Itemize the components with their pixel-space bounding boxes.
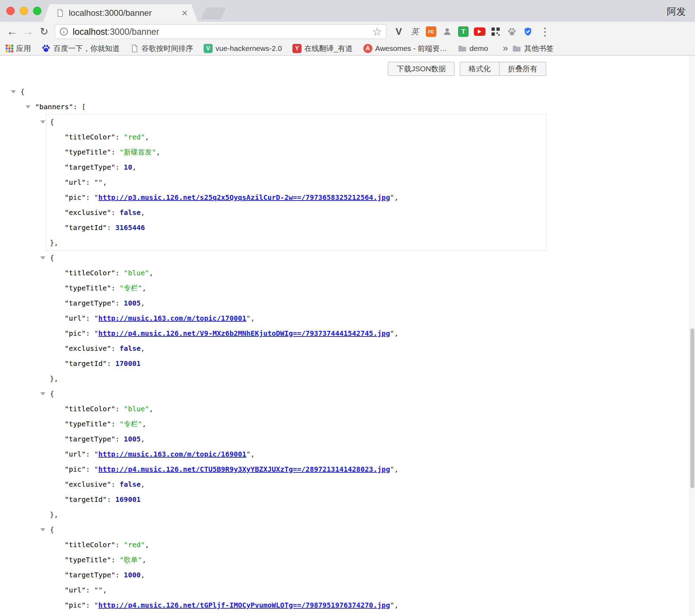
json-line: "pic": "http://p4.music.126.net/CTU5B9R9… bbox=[65, 462, 546, 477]
json-line: "typeTitle": "专栏", bbox=[65, 281, 546, 296]
profile-name[interactable]: 阿发 bbox=[667, 5, 686, 18]
browser-toolbar: ← → ↻ localhost:3000/banner ☆ V 英 FE T bbox=[0, 22, 695, 41]
json-array-item: {"titleColor": "blue","typeTitle": "专栏",… bbox=[46, 386, 546, 522]
url-path: :3000/banner bbox=[107, 27, 159, 37]
tab-close-icon[interactable]: × bbox=[181, 8, 188, 18]
paw-extension-icon[interactable] bbox=[506, 26, 518, 38]
vimium-glyph: V bbox=[396, 26, 402, 37]
scrollbar-thumb[interactable] bbox=[690, 328, 694, 488]
json-line: { bbox=[50, 114, 546, 130]
bookmark-item-demo[interactable]: demo bbox=[458, 44, 488, 53]
vue-icon: V bbox=[204, 44, 213, 53]
json-url-link[interactable]: http://music.163.com/m/topic/169001 bbox=[98, 450, 246, 458]
json-line: "targetType": 1000, bbox=[65, 568, 546, 583]
tampermonkey-extension-icon[interactable]: T bbox=[457, 26, 469, 38]
json-line: "targetType": 1005, bbox=[65, 296, 546, 311]
page-icon bbox=[130, 44, 139, 53]
json-line: "typeTitle": "歌单", bbox=[65, 552, 546, 568]
bookmark-star-icon[interactable]: ☆ bbox=[372, 25, 382, 38]
json-url-link[interactable]: http://p4.music.126.net/V9-MXz6b2MNhEKju… bbox=[98, 329, 390, 338]
translator-extension-icon[interactable]: 英 bbox=[409, 26, 421, 38]
vimium-extension-icon[interactable]: V bbox=[393, 26, 405, 38]
forward-button[interactable]: → bbox=[20, 24, 36, 40]
other-bookmarks[interactable]: 其他书签 bbox=[512, 44, 554, 53]
json-line: "typeTitle": "新碟首发", bbox=[65, 145, 546, 160]
json-line: "pic": "http://p4.music.126.net/V9-MXz6b… bbox=[65, 326, 546, 341]
collapse-toggle[interactable] bbox=[40, 528, 45, 531]
bookmark-item-google-sort[interactable]: 谷歌按时间排序 bbox=[130, 44, 193, 53]
collapse-toggle[interactable] bbox=[40, 120, 45, 124]
format-button[interactable]: 格式化 bbox=[460, 62, 499, 76]
collapse-toggle[interactable] bbox=[26, 105, 31, 109]
fe-helper-extension-icon[interactable]: FE bbox=[425, 26, 437, 38]
collapse-toggle[interactable] bbox=[11, 90, 16, 93]
tampermonkey-glyph: T bbox=[458, 26, 469, 37]
json-url-link[interactable]: http://p4.music.126.net/CTU5B9R9y3XyYBZX… bbox=[98, 465, 390, 473]
page-scrollbar[interactable] bbox=[689, 55, 695, 616]
bookmark-item-youdao[interactable]: Y 在线翻译_有道 bbox=[292, 44, 353, 53]
bookmarks-overflow-chevron[interactable]: » bbox=[498, 43, 512, 54]
zoom-window-button[interactable] bbox=[33, 7, 41, 15]
browser-menu-button[interactable]: ⋮ bbox=[540, 25, 550, 38]
security-shield-extension-icon[interactable] bbox=[522, 26, 534, 38]
qr-code-extension-icon[interactable] bbox=[490, 26, 502, 38]
bookmark-label: vue-hackernews-2.0 bbox=[216, 44, 282, 53]
account-extension-icon[interactable] bbox=[441, 26, 453, 38]
json-line: "exclusive": false, bbox=[65, 341, 546, 356]
minimize-window-button[interactable] bbox=[20, 7, 28, 15]
bookmark-label: 在线翻译_有道 bbox=[304, 44, 353, 53]
json-line: }, bbox=[50, 235, 546, 250]
bookmark-item-vue-hackernews[interactable]: V vue-hackernews-2.0 bbox=[204, 44, 282, 53]
address-bar[interactable]: localhost:3000/banner ☆ bbox=[55, 24, 386, 39]
url-host: localhost bbox=[73, 27, 107, 37]
json-line: "titleColor": "blue", bbox=[65, 266, 546, 281]
json-line: { bbox=[50, 250, 546, 266]
collapse-toggle[interactable] bbox=[40, 256, 45, 260]
fe-helper-glyph: FE bbox=[426, 26, 436, 37]
folder-icon bbox=[512, 44, 521, 53]
youtube-extension-icon[interactable] bbox=[474, 26, 485, 38]
page-info-icon[interactable] bbox=[59, 27, 68, 36]
reload-button[interactable]: ↻ bbox=[36, 24, 52, 40]
json-line: "targetType": 10, bbox=[65, 160, 546, 175]
json-line: { bbox=[50, 522, 546, 537]
json-line: }, bbox=[50, 371, 546, 386]
bookmark-item-awesomes[interactable]: A Awesomes - 前端资… bbox=[363, 44, 447, 53]
other-bookmarks-label: 其他书签 bbox=[524, 44, 554, 53]
json-array-item: {"titleColor": "red","typeTitle": "歌单","… bbox=[46, 522, 546, 616]
download-json-button[interactable]: 下载JSON数据 bbox=[388, 62, 455, 76]
bookmark-label: 百度一下，你就知道 bbox=[53, 44, 120, 53]
json-line: "targetId": 169001 bbox=[65, 492, 546, 507]
json-line: "url": "http://music.163.com/m/topic/169… bbox=[65, 447, 546, 462]
bookmark-item-baidu[interactable]: 百度一下，你就知道 bbox=[41, 44, 120, 53]
json-line: "targetType": 1005, bbox=[65, 432, 546, 447]
bookmark-item-apps[interactable]: 应用 bbox=[6, 44, 31, 53]
new-tab-button[interactable] bbox=[201, 7, 226, 19]
bookmark-label: 谷歌按时间排序 bbox=[141, 44, 193, 53]
json-viewer-toolbar: 下载JSON数据 格式化 折叠所有 bbox=[0, 62, 546, 76]
bookmarks-bar: 应用 百度一下，你就知道 谷歌按时间排序 V vue-hackernews-2.… bbox=[0, 41, 695, 55]
browser-tab[interactable]: localhost:3000/banner × bbox=[43, 4, 198, 22]
json-line: "exclusive": false, bbox=[65, 205, 546, 220]
json-line: "titleColor": "red", bbox=[65, 130, 546, 145]
tab-title: localhost:3000/banner bbox=[69, 8, 181, 18]
baidu-paw-icon bbox=[41, 44, 51, 53]
json-line: "banners": [ bbox=[35, 99, 546, 114]
json-line: "pic": "http://p3.music.126.net/s25q2x5Q… bbox=[65, 190, 546, 205]
window-controls bbox=[6, 7, 41, 15]
bookmark-label: demo bbox=[470, 44, 488, 53]
json-line: "url": "", bbox=[65, 583, 546, 598]
collapse-toggle[interactable] bbox=[40, 392, 45, 395]
apps-grid-icon bbox=[6, 45, 13, 52]
json-url-link[interactable]: http://music.163.com/m/topic/170001 bbox=[98, 314, 246, 322]
json-array-item: {"titleColor": "blue","typeTitle": "专栏",… bbox=[46, 250, 546, 386]
collapse-all-button[interactable]: 折叠所有 bbox=[499, 62, 546, 76]
back-button[interactable]: ← bbox=[4, 24, 20, 40]
youtube-play-icon bbox=[474, 27, 485, 36]
json-url-link[interactable]: http://p4.music.126.net/tGPljf-IMOCyPvum… bbox=[98, 601, 390, 609]
youdao-icon: Y bbox=[292, 44, 302, 53]
json-url-link[interactable]: http://p3.music.126.net/s25q2x5QyqsAzilC… bbox=[98, 193, 390, 202]
json-line: }, bbox=[50, 507, 546, 522]
json-line: "targetId": 170001 bbox=[65, 356, 546, 371]
close-window-button[interactable] bbox=[6, 7, 15, 15]
